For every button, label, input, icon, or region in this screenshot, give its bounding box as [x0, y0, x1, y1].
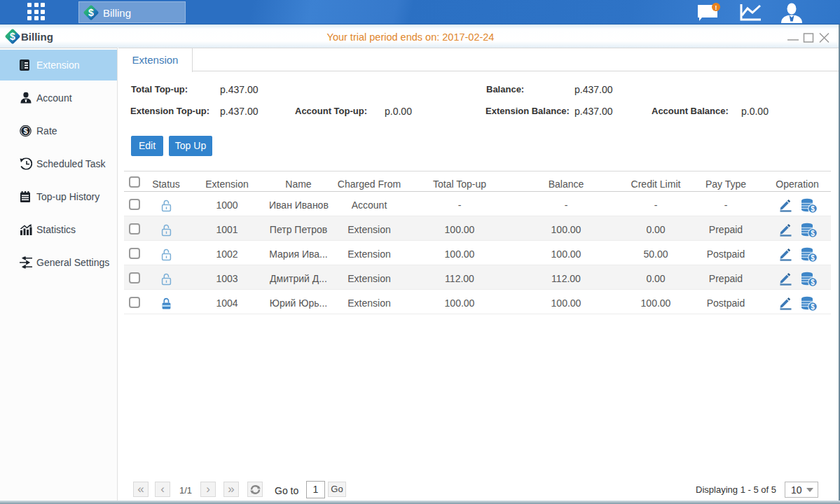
- svg-text:$: $: [811, 230, 815, 237]
- svg-text:$: $: [23, 127, 27, 135]
- svg-text:!: !: [715, 4, 717, 11]
- svg-text:$: $: [811, 254, 815, 262]
- svg-text:$: $: [811, 279, 815, 286]
- svg-text:$: $: [811, 205, 815, 213]
- svg-text:$: $: [88, 7, 94, 18]
- svg-text:$: $: [811, 303, 815, 311]
